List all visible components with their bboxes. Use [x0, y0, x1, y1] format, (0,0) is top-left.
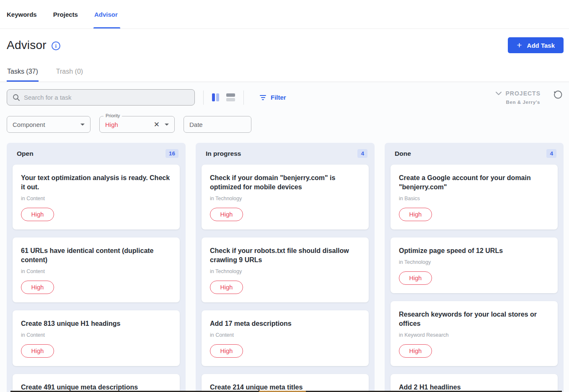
board-column-open: Open 16 Your text optimization analysis … — [7, 143, 186, 392]
task-component: in Keyword Research — [399, 332, 549, 338]
plus-icon: + — [517, 41, 522, 49]
column-count-badge: 4 — [357, 149, 367, 158]
task-card[interactable]: Create 491 unique meta descriptions in C… — [13, 374, 180, 392]
top-nav: Keywords Projects Advisor — [0, 0, 569, 29]
priority-badge: High — [399, 271, 432, 285]
card-list: Check if your domain "benjerry.com" is o… — [196, 163, 375, 392]
task-component: in Content — [21, 196, 171, 201]
priority-badge: High — [399, 344, 432, 358]
task-card[interactable]: Research keywords for your local stores … — [391, 301, 558, 366]
board-column-done: Done 4 Create a Google account for your … — [385, 143, 564, 392]
nav-item-keywords[interactable]: Keywords — [7, 0, 37, 28]
task-title: Check if your robots.txt file should dis… — [210, 246, 360, 265]
projects-dropdown[interactable]: PROJECTS Ben & Jerry's — [495, 90, 541, 105]
column-header: In progress 4 — [196, 143, 375, 163]
task-card[interactable]: Create 813 unique H1 headings in Content… — [13, 310, 180, 366]
current-project-name: Ben & Jerry's — [506, 100, 541, 105]
priority-badge: High — [399, 208, 432, 221]
add-task-label: Add Task — [527, 42, 555, 49]
priority-badge: High — [21, 344, 54, 358]
priority-badge: High — [210, 344, 243, 358]
column-count-badge: 4 — [546, 149, 556, 158]
kanban-board: Open 16 Your text optimization analysis … — [0, 133, 569, 392]
task-title: Optimize page speed of 12 URLs — [399, 246, 549, 255]
date-filter-label: Date — [189, 121, 203, 128]
priority-badge: High — [210, 208, 243, 221]
tab-trash[interactable]: Trash (0) — [56, 62, 83, 82]
task-component: in Content — [210, 332, 360, 338]
date-filter[interactable]: Date — [184, 116, 251, 133]
task-card[interactable]: Your text optimization analysis is ready… — [13, 165, 180, 230]
task-card[interactable]: Optimize page speed of 12 URLs in Techno… — [391, 237, 558, 293]
priority-badge: High — [21, 208, 54, 221]
card-list: Your text optimization analysis is ready… — [7, 163, 186, 392]
list-view-icon[interactable] — [226, 93, 235, 101]
caret-down-icon — [165, 124, 169, 126]
task-component: in Technology — [210, 268, 360, 274]
content-area: Filter PROJECTS Ben & Jerry's — [0, 82, 569, 392]
divider — [203, 90, 204, 105]
priority-filter[interactable]: Priority High ✕ — [99, 116, 175, 133]
column-title: Open — [17, 150, 34, 157]
priority-badge: High — [210, 281, 243, 294]
filter-button[interactable]: Filter — [260, 94, 286, 101]
clear-filter-icon[interactable]: ✕ — [154, 120, 160, 129]
card-list: Create a Google account for your domain … — [385, 163, 564, 392]
task-title: Research keywords for your local stores … — [399, 310, 549, 328]
task-card[interactable]: Create 214 unique meta titles in Content… — [202, 374, 369, 392]
search-box[interactable] — [7, 89, 195, 106]
column-header: Done 4 — [385, 143, 564, 163]
task-card[interactable]: Add 17 meta descriptions in Content High — [202, 310, 369, 366]
priority-filter-value: High — [105, 121, 150, 128]
kanban-view-icon[interactable] — [212, 93, 219, 101]
task-title: Create a Google account for your domain … — [399, 173, 549, 192]
filter-label: Filter — [271, 94, 286, 101]
active-tab-underline — [93, 27, 120, 28]
task-title: 61 URLs have identical content (duplicat… — [21, 246, 171, 265]
divider — [243, 90, 244, 105]
board-column-in-progress: In progress 4 Check if your domain "benj… — [196, 143, 375, 392]
tab-tasks[interactable]: Tasks (37) — [7, 62, 39, 82]
task-component: in Content — [21, 332, 171, 338]
task-card[interactable]: 61 URLs have identical content (duplicat… — [13, 237, 180, 302]
component-filter-label: Component — [13, 121, 45, 128]
task-title: Create 813 unique H1 headings — [21, 319, 171, 328]
filter-row: Component Priority High ✕ Date — [0, 106, 569, 133]
task-component: in Technology — [399, 259, 549, 265]
caret-down-icon — [80, 124, 85, 126]
task-card[interactable]: Check if your robots.txt file should dis… — [202, 237, 369, 302]
column-count-badge: 16 — [166, 149, 178, 158]
search-input[interactable] — [24, 94, 189, 101]
nav-item-projects[interactable]: Projects — [53, 0, 78, 28]
search-icon — [13, 94, 20, 101]
task-card[interactable]: Check if your domain "benjerry.com" is o… — [202, 165, 369, 230]
nav-item-advisor-label: Advisor — [94, 11, 118, 18]
nav-item-advisor[interactable]: Advisor — [94, 0, 118, 28]
task-title: Check if your domain "benjerry.com" is o… — [210, 173, 360, 192]
task-card[interactable]: Create a Google account for your domain … — [391, 165, 558, 230]
component-filter[interactable]: Component — [7, 116, 91, 133]
task-component: in Technology — [210, 196, 360, 201]
task-title: Your text optimization analysis is ready… — [21, 173, 171, 192]
column-header: Open 16 — [7, 143, 186, 163]
page-header: Advisor i + Add Task — [0, 29, 569, 55]
refresh-icon[interactable] — [553, 90, 562, 101]
filter-icon — [260, 95, 266, 100]
tasks-tabbar: Tasks (37) Trash (0) — [0, 62, 569, 82]
column-title: Done — [395, 150, 411, 157]
column-title: In progress — [206, 150, 241, 157]
projects-dropdown-label: PROJECTS — [506, 90, 541, 97]
task-card[interactable]: Add 2 H1 headlines in Technology High — [391, 374, 558, 392]
task-component: in Basics — [399, 196, 549, 201]
priority-filter-label: Priority — [103, 113, 122, 118]
view-toggle — [212, 93, 235, 101]
priority-badge: High — [21, 281, 54, 294]
chevron-down-icon — [495, 91, 502, 95]
info-icon[interactable]: i — [52, 41, 60, 50]
task-title: Add 17 meta descriptions — [210, 319, 360, 328]
page-title: Advisor — [7, 39, 47, 52]
add-task-button[interactable]: + Add Task — [508, 37, 564, 53]
task-component: in Content — [21, 268, 171, 274]
advisor-page: Keywords Projects Advisor Advisor i + Ad… — [0, 0, 569, 392]
toolbar: Filter PROJECTS Ben & Jerry's — [0, 82, 569, 106]
